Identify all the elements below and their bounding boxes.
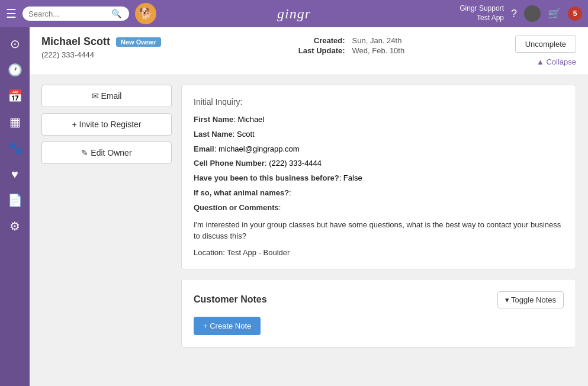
edit-owner-button[interactable]: ✎ Edit Owner <box>41 141 172 164</box>
location-label: Location <box>194 248 223 257</box>
toggle-notes-button[interactable]: ▾ Toggle Notes <box>497 291 564 308</box>
animal-names-label: If so, what animal names? <box>194 188 289 197</box>
uncomplete-button[interactable]: Uncomplete <box>515 36 576 53</box>
inquiry-label: Initial Inquiry: <box>194 97 564 107</box>
email-value: michael@gingrapp.com <box>219 144 300 153</box>
last-name-row: Last Name: Scott <box>194 128 564 141</box>
phone-value: (222) 333-4444 <box>269 159 322 168</box>
notes-title: Customer Notes <box>194 294 267 305</box>
page-layout: ⊙ 🕐 📅 ▦ 🐾 ♥ 📄 ⚙ Michael Scott New Owner … <box>0 27 588 386</box>
search-bar[interactable]: 🔍 <box>23 7 129 21</box>
user-avatar[interactable] <box>524 5 541 22</box>
sidebar-item-documents[interactable]: 📄 <box>3 189 27 211</box>
phone-label: Cell Phone Number <box>194 159 265 168</box>
created-label: Created: <box>296 36 350 46</box>
inquiry-card: Initial Inquiry: First Name: Michael Las… <box>181 85 576 269</box>
notification-badge[interactable]: 5 <box>568 7 582 21</box>
search-icon: 🔍 <box>111 9 121 18</box>
last-update-value: Wed, Feb. 10th <box>350 46 407 56</box>
owner-info: Michael Scott New Owner (222) 333-4444 <box>41 36 261 59</box>
right-panel: Initial Inquiry: First Name: Michael Las… <box>181 85 576 348</box>
sidebar-item-pets[interactable]: 🐾 <box>3 137 27 159</box>
created-value: Sun, Jan. 24th <box>350 36 407 46</box>
first-name-row: First Name: Michael <box>194 114 564 126</box>
owner-name-row: Michael Scott New Owner <box>41 36 261 48</box>
customer-notes-card: Customer Notes ▾ Toggle Notes + Create N… <box>181 279 576 348</box>
content-area: ✉ Email + Invite to Register ✎ Edit Owne… <box>30 75 588 357</box>
collapse-button[interactable]: ▲ Collapse <box>536 57 576 66</box>
been-before-value: False <box>343 173 362 182</box>
first-name-label: First Name <box>194 115 233 124</box>
sidebar-item-dashboard[interactable]: ⊙ <box>3 33 27 54</box>
owner-phone: (222) 333-4444 <box>41 50 261 59</box>
new-owner-badge: New Owner <box>116 37 161 47</box>
email-button[interactable]: ✉ Email <box>41 85 172 107</box>
search-input[interactable] <box>28 9 111 18</box>
phone-row: Cell Phone Number: (222) 333-4444 <box>194 157 564 170</box>
shiba-logo: 🐕 <box>135 3 156 24</box>
been-before-label: Have you been to this business before? <box>194 173 339 182</box>
sidebar-item-favorites[interactable]: ♥ <box>3 163 27 185</box>
owner-meta: Created: Sun, Jan. 24th Last Update: Wed… <box>261 36 515 56</box>
notes-header: Customer Notes ▾ Toggle Notes <box>194 291 564 308</box>
create-note-button[interactable]: + Create Note <box>194 317 261 335</box>
comments-text: I'm interested in your group classes but… <box>194 219 564 242</box>
last-name-label: Last Name <box>194 130 233 139</box>
owner-header: Michael Scott New Owner (222) 333-4444 C… <box>30 27 588 75</box>
owner-meta-table: Created: Sun, Jan. 24th Last Update: Wed… <box>296 36 407 56</box>
owner-name: Michael Scott <box>41 36 110 48</box>
sidebar-item-barcode[interactable]: ▦ <box>3 111 27 133</box>
app-logo: gingr <box>277 6 311 22</box>
sidebar: ⊙ 🕐 📅 ▦ 🐾 ♥ 📄 ⚙ <box>0 27 30 386</box>
location-row: Location: Test App - Boulder <box>194 248 564 257</box>
logo-text: gingr <box>277 6 311 22</box>
location-value: Test App - Boulder <box>227 248 290 257</box>
last-name-value: Scott <box>237 130 255 139</box>
left-panel: ✉ Email + Invite to Register ✎ Edit Owne… <box>41 85 172 348</box>
app-name: Gingr Support Test App <box>460 4 504 22</box>
help-icon[interactable]: ? <box>511 8 517 20</box>
last-update-label: Last Update: <box>296 46 350 56</box>
invite-to-register-button[interactable]: + Invite to Register <box>41 113 172 136</box>
comments-row: Question or Comments: <box>194 202 564 214</box>
top-navigation: ☰ 🔍 🐕 gingr Gingr Support Test App ? 🛒 5 <box>0 0 588 27</box>
owner-actions: Uncomplete ▲ Collapse <box>515 36 576 66</box>
cart-icon[interactable]: 🛒 <box>548 7 561 20</box>
comments-label: Question or Comments <box>194 203 279 212</box>
first-name-value: Michael <box>237 115 264 124</box>
sidebar-item-settings[interactable]: ⚙ <box>3 215 27 237</box>
been-before-row: Have you been to this business before?: … <box>194 172 564 185</box>
hamburger-menu-icon[interactable]: ☰ <box>6 7 17 21</box>
email-row: Email: michael@gingrapp.com <box>194 143 564 156</box>
main-content: Michael Scott New Owner (222) 333-4444 C… <box>30 27 588 386</box>
email-label: Email <box>194 144 214 153</box>
nav-right: Gingr Support Test App ? 🛒 5 <box>460 4 582 22</box>
animal-names-row: If so, what animal names?: <box>194 187 564 200</box>
sidebar-item-clock[interactable]: 🕐 <box>3 59 27 81</box>
sidebar-item-calendar[interactable]: 📅 <box>3 85 27 107</box>
